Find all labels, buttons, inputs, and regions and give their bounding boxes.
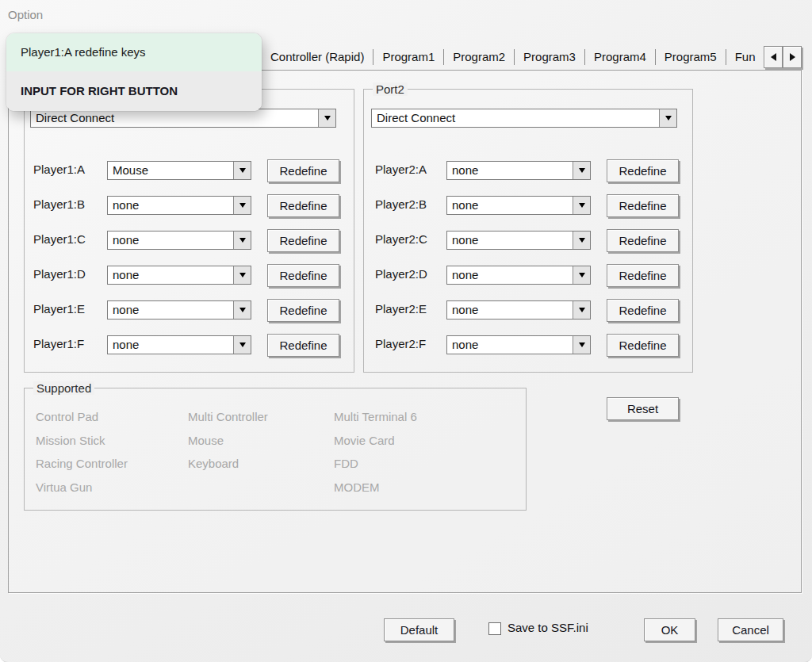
- cancel-button[interactable]: Cancel: [718, 618, 783, 641]
- tab-program3[interactable]: Program3: [515, 44, 584, 70]
- player2-c-select[interactable]: none: [446, 231, 591, 250]
- save-to-ssf-ini-checkbox[interactable]: [488, 622, 501, 635]
- port1-connect-value: Direct Connect: [36, 109, 114, 127]
- tooltip-message: INPUT FOR RIGHT BUTTON: [6, 71, 262, 111]
- player2-f-row: Player2:F none Redefine: [0, 334, 812, 356]
- player2-c-row: Player2:C none Redefine: [0, 229, 812, 251]
- supported-item-racing-controller: Racing Controller: [36, 457, 128, 470]
- player2-c-value: none: [452, 232, 478, 249]
- port1-connect-select[interactable]: Direct Connect: [30, 109, 336, 128]
- player2-d-label: Player2:D: [375, 267, 427, 281]
- reset-button[interactable]: Reset: [607, 397, 679, 420]
- player2-f-dropdown-button[interactable]: [573, 336, 590, 354]
- option-dialog: Option Controller (Rapid) Program1 Progr…: [0, 0, 812, 662]
- scroll-right-icon: [790, 53, 795, 61]
- player2-f-redefine-button[interactable]: Redefine: [607, 334, 679, 357]
- supported-item-virtua-gun: Virtua Gun: [36, 480, 92, 494]
- supported-item-multi-controller: Multi Controller: [188, 410, 268, 423]
- supported-group-label: Supported: [33, 381, 94, 395]
- supported-item-movie-card: Movie Card: [334, 434, 395, 447]
- player2-e-label: Player2:E: [375, 302, 427, 316]
- supported-item-mouse: Mouse: [188, 434, 224, 447]
- player2-d-select[interactable]: none: [446, 266, 591, 285]
- ok-button[interactable]: OK: [644, 618, 695, 641]
- player2-a-select[interactable]: none: [446, 161, 591, 180]
- player2-a-value: none: [452, 162, 478, 179]
- player2-b-value: none: [452, 197, 478, 214]
- port2-connect-dropdown-button[interactable]: [659, 109, 676, 127]
- player2-a-row: Player2:A none Redefine: [0, 159, 812, 182]
- tab-scroll-left-button[interactable]: [764, 46, 783, 68]
- supported-item-fdd: FDD: [334, 457, 358, 470]
- tooltip-title: Player1:A redefine keys: [6, 33, 262, 71]
- tab-program2[interactable]: Program2: [444, 44, 514, 70]
- save-to-ssf-ini-label: Save to SSF.ini: [508, 621, 588, 634]
- chevron-down-icon: [579, 168, 585, 173]
- player2-e-dropdown-button[interactable]: [573, 301, 590, 319]
- supported-item-modem: MODEM: [334, 480, 380, 494]
- player2-b-dropdown-button[interactable]: [573, 197, 590, 214]
- chevron-down-icon: [579, 238, 585, 243]
- supported-group: Supported Control Pad Mission Stick Raci…: [24, 388, 527, 511]
- port2-connect-value: Direct Connect: [377, 109, 455, 127]
- port2-connect-select[interactable]: Direct Connect: [371, 109, 677, 128]
- tab-program1[interactable]: Program1: [373, 44, 443, 70]
- chevron-down-icon: [579, 203, 585, 208]
- player2-b-label: Player2:B: [375, 197, 427, 211]
- player2-c-label: Player2:C: [375, 232, 427, 246]
- player2-f-label: Player2:F: [375, 337, 426, 350]
- player2-c-dropdown-button[interactable]: [573, 232, 590, 249]
- tab-bar: Controller (Rapid) Program1 Program2 Pro…: [262, 44, 762, 70]
- tab-controller-rapid[interactable]: Controller (Rapid): [262, 44, 373, 70]
- scroll-left-icon: [771, 53, 776, 61]
- player2-e-redefine-button[interactable]: Redefine: [607, 299, 679, 322]
- player2-e-value: none: [452, 301, 478, 319]
- player2-b-redefine-button[interactable]: Redefine: [607, 194, 679, 217]
- tab-scroll-right-button[interactable]: [783, 46, 802, 68]
- player2-f-value: none: [452, 336, 478, 354]
- tab-program4[interactable]: Program4: [585, 44, 655, 70]
- supported-item-mission-stick: Mission Stick: [36, 434, 105, 447]
- player2-d-dropdown-button[interactable]: [573, 266, 590, 284]
- redefine-tooltip-popup: Player1:A redefine keys INPUT FOR RIGHT …: [6, 33, 262, 111]
- chevron-down-icon: [579, 308, 585, 312]
- player2-e-select[interactable]: none: [446, 300, 591, 320]
- chevron-down-icon: [324, 116, 331, 121]
- player2-a-label: Player2:A: [375, 163, 427, 176]
- player2-f-select[interactable]: none: [446, 335, 591, 354]
- window-title: Option: [8, 8, 43, 21]
- supported-item-multi-terminal-6: Multi Terminal 6: [334, 410, 417, 423]
- chevron-down-icon: [665, 116, 672, 121]
- tab-program5[interactable]: Program5: [656, 44, 726, 70]
- player2-d-value: none: [452, 266, 478, 284]
- supported-item-keyboard: Keyboard: [188, 457, 239, 470]
- default-button[interactable]: Default: [384, 618, 454, 641]
- port2-group-label: Port2: [373, 82, 408, 96]
- player2-a-dropdown-button[interactable]: [573, 162, 590, 179]
- chevron-down-icon: [579, 273, 585, 277]
- player2-b-row: Player2:B none Redefine: [0, 194, 812, 216]
- player2-c-redefine-button[interactable]: Redefine: [607, 229, 679, 252]
- port1-connect-dropdown-button[interactable]: [318, 109, 335, 127]
- player2-a-redefine-button[interactable]: Redefine: [607, 159, 679, 182]
- chevron-down-icon: [579, 342, 585, 347]
- player2-b-select[interactable]: none: [446, 196, 591, 215]
- player2-e-row: Player2:E none Redefine: [0, 299, 812, 321]
- player2-d-row: Player2:D none Redefine: [0, 264, 812, 286]
- player2-d-redefine-button[interactable]: Redefine: [607, 264, 679, 287]
- tab-function-truncated[interactable]: Fun: [726, 44, 762, 70]
- supported-item-control-pad: Control Pad: [36, 410, 98, 423]
